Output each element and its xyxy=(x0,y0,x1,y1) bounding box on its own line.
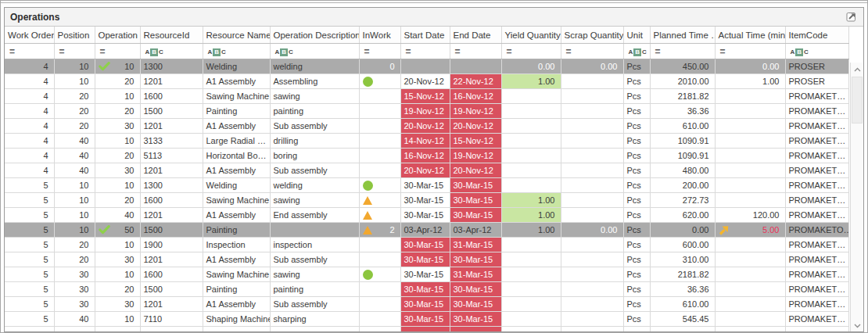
cell-end_date[interactable]: 30-Mar-15 xyxy=(450,208,501,223)
cell-start_date[interactable]: 30-Mar-15 xyxy=(400,193,450,208)
scroll-up-button[interactable] xyxy=(851,63,863,76)
cell-position[interactable]: 20 xyxy=(54,104,95,119)
cell-end_date[interactable]: 30-Mar-15 xyxy=(450,193,501,208)
table-row[interactable]: 420301201A1 AssemblySub assembly20-Nov-1… xyxy=(5,119,848,134)
cell-operation[interactable]: 30 xyxy=(95,252,140,267)
cell-start_date[interactable]: 15-Nov-12 xyxy=(400,89,450,104)
cell-yield_qty[interactable] xyxy=(501,134,561,149)
cell-position[interactable]: 20 xyxy=(54,119,95,134)
cell-end_date[interactable]: 30-Mar-15 xyxy=(450,297,501,312)
cell-yield_qty[interactable]: 1.00 xyxy=(501,223,561,238)
cell-yield_qty[interactable] xyxy=(501,252,561,267)
cell-start_date[interactable]: 14-Nov-12 xyxy=(400,134,450,149)
cell-work_order[interactable]: 5 xyxy=(5,238,54,252)
cell-unit[interactable]: Pcs xyxy=(623,149,650,163)
filter-position[interactable]: = xyxy=(54,44,95,59)
table-row[interactable]: 420201500Paintingpainting19-Nov-1219-Nov… xyxy=(5,104,848,119)
cell-description[interactable]: Sub assembly xyxy=(270,252,359,267)
cell-resource_name[interactable]: Shaping Machine xyxy=(203,312,270,327)
cell-scrap_qty[interactable] xyxy=(561,252,623,267)
cell-actual_time[interactable]: 0.00 xyxy=(715,59,785,74)
table-row[interactable] xyxy=(5,327,848,333)
cell-resource_name[interactable]: A1 Assembly xyxy=(203,163,270,178)
cell-planned_time[interactable]: 310.00 xyxy=(650,252,715,267)
cell-inwork[interactable] xyxy=(359,119,400,134)
cell-yield_qty[interactable]: 1.00 xyxy=(501,208,561,223)
cell-planned_time[interactable]: 1090.91 xyxy=(650,134,715,149)
cell-planned_time[interactable]: 36.36 xyxy=(650,282,715,297)
cell-yield_qty[interactable] xyxy=(501,327,561,333)
table-row[interactable]: 510401201A1 AssemblyEnd assembly30-Mar-1… xyxy=(5,208,848,223)
cell-description[interactable]: sawing xyxy=(270,267,359,282)
cell-resource_name[interactable]: Painting xyxy=(203,223,270,238)
cell-work_order[interactable]: 4 xyxy=(5,149,54,163)
cell-planned_time[interactable]: 0.00 xyxy=(650,223,715,238)
cell-yield_qty[interactable]: 0.00 xyxy=(501,59,561,74)
cell-start_date[interactable]: 03-Apr-12 xyxy=(400,223,450,238)
cell-description[interactable]: inspection xyxy=(270,238,359,252)
cell-inwork[interactable] xyxy=(359,89,400,104)
cell-work_order[interactable]: 4 xyxy=(5,104,54,119)
cell-yield_qty[interactable] xyxy=(501,104,561,119)
cell-resource_id[interactable]: 1500 xyxy=(140,282,203,297)
cell-scrap_qty[interactable]: 0.00 xyxy=(561,59,623,74)
cell-end_date[interactable]: 30-Mar-15 xyxy=(450,252,501,267)
column-header-description[interactable]: Operation Description xyxy=(270,27,359,44)
cell-planned_time[interactable]: 200.00 xyxy=(650,178,715,193)
table-row[interactable]: 520301201A1 AssemblySub assembly30-Mar-1… xyxy=(5,252,848,267)
cell-description[interactable] xyxy=(270,327,359,333)
cell-start_date[interactable]: 30-Mar-15 xyxy=(400,208,450,223)
cell-item_code[interactable]: PROMAKET… xyxy=(785,149,848,163)
cell-yield_qty[interactable] xyxy=(501,238,561,252)
cell-description[interactable] xyxy=(270,223,359,238)
cell-actual_time[interactable] xyxy=(715,193,785,208)
column-header-item_code[interactable]: ItemCode xyxy=(785,27,848,44)
cell-operation[interactable]: 10 xyxy=(95,267,140,282)
column-header-scrap_qty[interactable]: Scrap Quantity xyxy=(561,27,623,44)
filter-actual_time[interactable]: = xyxy=(715,44,785,59)
filter-resource_id[interactable]: ABC xyxy=(140,44,203,59)
filter-planned_time[interactable]: = xyxy=(650,44,715,59)
cell-operation[interactable]: 20 xyxy=(95,74,140,89)
cell-planned_time[interactable]: 600.00 xyxy=(650,238,715,252)
cell-yield_qty[interactable] xyxy=(501,267,561,282)
cell-inwork[interactable] xyxy=(359,193,400,208)
cell-operation[interactable]: 50 xyxy=(95,223,140,238)
table-row[interactable]: 410101300Weldingwelding00.000.00Pcs450.0… xyxy=(5,59,848,74)
cell-work_order[interactable]: 5 xyxy=(5,282,54,297)
cell-unit[interactable]: Pcs xyxy=(623,163,650,178)
cell-yield_qty[interactable] xyxy=(501,163,561,178)
cell-resource_name[interactable]: Sawing Machine xyxy=(203,267,270,282)
cell-end_date[interactable]: 31-Mar-15 xyxy=(450,238,501,252)
cell-position[interactable]: 20 xyxy=(54,252,95,267)
cell-unit[interactable]: Pcs xyxy=(623,238,650,252)
cell-scrap_qty[interactable] xyxy=(561,238,623,252)
column-header-end_date[interactable]: End Date xyxy=(450,27,501,44)
cell-unit[interactable]: Pcs xyxy=(623,104,650,119)
cell-scrap_qty[interactable] xyxy=(561,134,623,149)
cell-start_date[interactable]: 30-Mar-15 xyxy=(400,312,450,327)
cell-end_date[interactable]: 03-Apr-12 xyxy=(450,223,501,238)
cell-actual_time[interactable] xyxy=(715,327,785,333)
column-header-actual_time[interactable]: Actual Time (min) xyxy=(715,27,785,44)
cell-yield_qty[interactable] xyxy=(501,282,561,297)
cell-unit[interactable]: Pcs xyxy=(623,297,650,312)
cell-resource_id[interactable]: 1201 xyxy=(140,208,203,223)
cell-operation[interactable]: 20 xyxy=(95,149,140,163)
cell-work_order[interactable]: 5 xyxy=(5,312,54,327)
cell-resource_name[interactable]: Welding xyxy=(203,59,270,74)
cell-resource_name[interactable]: Sawing Machine xyxy=(203,89,270,104)
cell-operation[interactable]: 20 xyxy=(95,193,140,208)
column-header-operation[interactable]: Operation xyxy=(95,27,140,44)
cell-description[interactable]: Assembling xyxy=(270,74,359,89)
cell-resource_name[interactable]: A1 Assembly xyxy=(203,252,270,267)
cell-work_order[interactable]: 5 xyxy=(5,252,54,267)
cell-start_date[interactable] xyxy=(400,59,450,74)
filter-yield_qty[interactable]: = xyxy=(501,44,561,59)
cell-work_order[interactable] xyxy=(5,327,54,333)
cell-unit[interactable]: Pcs xyxy=(623,223,650,238)
cell-work_order[interactable]: 4 xyxy=(5,74,54,89)
cell-inwork[interactable] xyxy=(359,178,400,193)
column-header-yield_qty[interactable]: Yield Quantity xyxy=(501,27,561,44)
table-row[interactable]: 420101600Sawing Machinesawing15-Nov-1216… xyxy=(5,89,848,104)
